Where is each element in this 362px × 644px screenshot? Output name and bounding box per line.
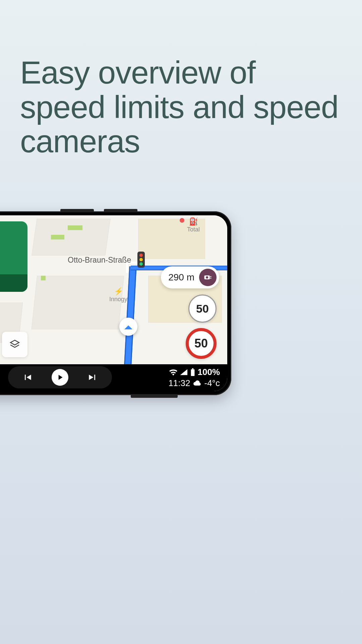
cellular-icon (180, 369, 188, 376)
battery-percentage: 100% (198, 367, 220, 377)
speed-camera-alert[interactable]: 290 m (161, 266, 219, 288)
battery-icon (190, 368, 195, 376)
poi-ev-station[interactable]: ⚡ Innogy (109, 287, 127, 303)
temperature: -4°c (204, 378, 220, 388)
svg-rect-6 (192, 368, 193, 369)
upcoming-speed-limit: 50 (188, 294, 217, 323)
media-controls (8, 366, 112, 388)
cloud-icon (193, 380, 201, 387)
poi-label: Innogy (109, 296, 127, 303)
layers-icon (9, 339, 20, 350)
map-view[interactable]: Otto-Braun-Straße ⚡ Innogy ⛽ Total (0, 215, 227, 364)
svg-marker-0 (10, 340, 19, 345)
route-line (124, 266, 136, 364)
map-layers-button[interactable] (2, 332, 27, 357)
clock-time: 11:32 (168, 378, 190, 388)
svg-rect-5 (191, 369, 194, 376)
ev-station-icon: ⚡ (109, 287, 127, 296)
play-button[interactable] (52, 369, 68, 386)
next-track-button[interactable] (87, 372, 98, 383)
wifi-icon (169, 369, 178, 376)
status-bar: 100% 11:32 -4°c (168, 364, 220, 391)
phone-screen: Otto-Braun-Straße ⚡ Innogy ⛽ Total (0, 215, 227, 391)
previous-track-icon (22, 372, 33, 383)
current-speed-limit: 50 (186, 328, 217, 359)
svg-rect-2 (210, 276, 212, 277)
camera-distance: 290 m (168, 272, 194, 283)
svg-point-4 (206, 276, 208, 279)
marketing-headline: Easy overview of speed limits and speed … (20, 55, 342, 159)
traffic-light-icon (137, 252, 145, 268)
system-bottom-bar: 100% 11:32 -4°c (0, 364, 227, 391)
gas-station-icon: ⛽ (187, 217, 200, 226)
next-track-icon (87, 372, 98, 383)
current-position-marker[interactable] (119, 318, 137, 336)
phone-frame: Otto-Braun-Straße ⚡ Innogy ⛽ Total (0, 211, 231, 395)
navigation-instruction-card[interactable] (0, 221, 27, 292)
poi-marker-icon (180, 218, 184, 223)
speed-camera-icon (199, 269, 217, 286)
svg-rect-3 (210, 278, 212, 278)
previous-track-button[interactable] (22, 372, 33, 383)
play-icon (56, 373, 64, 382)
poi-label: Total (187, 226, 200, 233)
street-label: Otto-Braun-Straße (68, 256, 131, 265)
poi-gas-station[interactable]: ⛽ Total (187, 217, 200, 233)
